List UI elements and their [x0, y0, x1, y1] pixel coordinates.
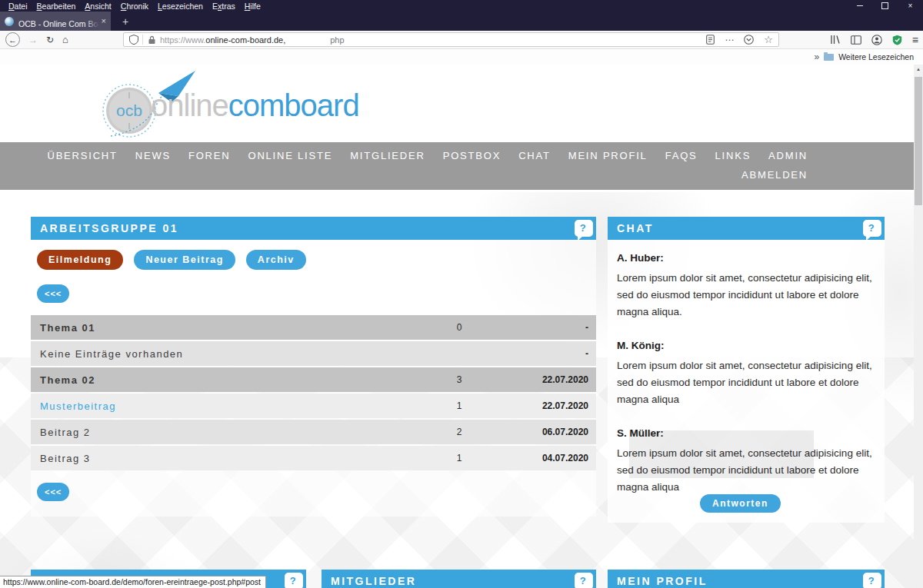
minimize-icon — [857, 5, 863, 6]
menu-ansicht[interactable]: Ansicht — [80, 2, 115, 11]
nav-uebersicht[interactable]: ÜBERSICHT — [47, 150, 117, 161]
nav-news[interactable]: NEWS — [135, 150, 171, 161]
nav-mein-profil[interactable]: MEIN PROFIL — [568, 150, 648, 161]
url-scheme: https://www. — [160, 35, 205, 45]
back-button[interactable]: ← — [5, 32, 20, 47]
menu-chronik[interactable]: Chronik — [116, 2, 153, 11]
new-tab-button[interactable]: + — [115, 12, 135, 31]
help-button[interactable]: ? — [575, 220, 593, 237]
table-row-thema-01[interactable]: Thema 01 0 - — [31, 315, 596, 340]
url-bar[interactable]: https://www.online-com-board.de, php ⋯ ☆ — [123, 32, 779, 47]
mitglieder-title: MITGLIEDER — [331, 575, 416, 587]
browser-tab[interactable]: OCB - Online Com Board - Kom × — [0, 12, 111, 31]
archiv-button[interactable]: Archiv — [246, 250, 306, 270]
table-row-beitrag-3[interactable]: Beitrag 3 1 04.07.2020 — [31, 446, 596, 470]
extension-shield-icon[interactable] — [892, 35, 902, 45]
titlebar: Datei Bearbeiten Ansicht Chronik Lesezei… — [0, 0, 923, 31]
chat-title: CHAT — [617, 222, 654, 234]
help-button[interactable]: ? — [575, 573, 593, 588]
account-icon[interactable] — [871, 35, 882, 45]
pocket-icon[interactable] — [744, 35, 754, 45]
home-button[interactable]: ⌂ — [62, 34, 68, 45]
mein-profil-panel-header: MEIN PROFIL ? — [608, 570, 885, 588]
nav-admin[interactable]: ADMIN — [768, 150, 808, 161]
url-tail: php — [330, 35, 344, 45]
menu-extras[interactable]: Extras — [208, 2, 240, 11]
menu-lesezeichen[interactable]: Lesezeichen — [153, 2, 208, 11]
minimize-button[interactable] — [847, 0, 872, 12]
neuer-beitrag-button[interactable]: Neuer Beitrag — [134, 250, 235, 270]
table-row-musterbeitrag[interactable]: Musterbeitrag 1 22.07.2020 — [31, 394, 596, 418]
eilmeldung-button[interactable]: Eilmeldung — [37, 250, 123, 270]
reload-button[interactable]: ↻ — [46, 35, 54, 45]
tab-title: OCB - Online Com Board - Kom — [18, 19, 99, 27]
mitglieder-panel-header: MITGLIEDER ? — [322, 570, 596, 588]
menu-bearbeiten[interactable]: Bearbeiten — [32, 2, 81, 11]
chat-input[interactable] — [629, 430, 814, 478]
window-controls: × — [847, 0, 923, 12]
table-row-beitrag-2[interactable]: Beitrag 2 2 06.07.2020 — [31, 420, 596, 444]
svg-text:ocb: ocb — [116, 101, 142, 119]
chat-messages: A. Huber: Lorem ipsum dolor sit amet, co… — [608, 240, 885, 523]
back-icon: ← — [8, 35, 17, 45]
maximize-icon — [881, 2, 888, 9]
back-link-button-top[interactable]: <<< — [37, 284, 69, 303]
logo-wordmark: onlinecomboard — [151, 88, 359, 123]
home-icon: ⌂ — [62, 34, 68, 45]
close-tab-icon[interactable]: × — [102, 17, 106, 25]
browser-window: { "browser": { "menu": [ {"pre":"","key"… — [0, 0, 923, 588]
lock-icon[interactable] — [148, 35, 156, 45]
bookmarks-bar: » Weitere Lesezeichen — [0, 49, 923, 65]
menu-datei[interactable]: Datei — [4, 2, 32, 11]
overflow-chevrons-icon[interactable]: » — [814, 51, 819, 62]
chat-message: M. König: Lorem ipsum dolor sit amet, co… — [617, 340, 875, 408]
help-button[interactable]: ? — [863, 573, 881, 588]
reader-view-icon[interactable] — [706, 35, 715, 45]
nav-abmelden[interactable]: ABMELDEN — [741, 169, 808, 181]
table-row-thema-02[interactable]: Thema 02 3 22.07.2020 — [31, 367, 596, 392]
page-actions-icon[interactable]: ⋯ — [725, 35, 734, 45]
chat-message: A. Huber: Lorem ipsum dolor sit amet, co… — [617, 252, 875, 321]
nav-faqs[interactable]: FAQS — [665, 150, 698, 161]
table-row-empty: Keine Einträge vorhanden - — [31, 341, 596, 366]
scroll-up-icon[interactable]: ▲ — [914, 65, 923, 75]
menu-icon[interactable]: ≡ — [912, 35, 918, 45]
site-favicon-icon — [5, 17, 14, 26]
help-button[interactable]: ? — [863, 220, 881, 237]
menu-hilfe[interactable]: Hilfe — [240, 2, 265, 11]
folder-icon — [824, 54, 834, 61]
workgroup-panel-header: ARBEITSGRUPPE 01 ? — [31, 217, 596, 240]
reload-icon: ↻ — [46, 35, 54, 45]
url-domain: online-com-board.de, — [205, 35, 285, 45]
page-scrollbar[interactable]: ▲ — [914, 65, 923, 588]
main-navigation: ÜBERSICHT NEWS FOREN ONLINE LISTE MITGLI… — [0, 142, 914, 190]
antworten-button[interactable]: Antworten — [700, 494, 781, 513]
sidebar-icon[interactable] — [851, 35, 861, 45]
bookmark-star-icon[interactable]: ☆ — [764, 35, 773, 45]
status-bar-url: https://www.online-com-board.de/demo/for… — [0, 576, 266, 588]
nav-chat[interactable]: CHAT — [518, 150, 551, 161]
mein-profil-title: MEIN PROFIL — [617, 575, 708, 587]
forward-button[interactable]: → — [28, 35, 38, 45]
nav-online-liste[interactable]: ONLINE LISTE — [248, 150, 332, 161]
chat-panel: CHAT ? A. Huber: Lorem ipsum dolor sit a… — [608, 217, 885, 523]
navigation-toolbar: ← → ↻ ⌂ https://www.online-com-board.de,… — [0, 31, 923, 49]
more-bookmarks-button[interactable]: Weitere Lesezeichen — [838, 52, 914, 61]
close-icon: × — [908, 2, 913, 10]
tracking-protection-shield-icon[interactable] — [129, 35, 138, 45]
menubar: Datei Bearbeiten Ansicht Chronik Lesezei… — [0, 0, 265, 12]
help-button[interactable]: ? — [285, 573, 303, 588]
close-window-button[interactable]: × — [898, 0, 923, 12]
site-logo[interactable]: ocb onlinecomboard — [100, 68, 362, 139]
nav-postbox[interactable]: POSTBOX — [443, 150, 501, 161]
nav-links[interactable]: LINKS — [715, 150, 751, 161]
nav-foren[interactable]: FOREN — [188, 150, 231, 161]
maximize-button[interactable] — [872, 0, 898, 12]
library-icon[interactable] — [830, 35, 841, 45]
workgroup-title: ARBEITSGRUPPE 01 — [40, 222, 178, 234]
forum-table: Thema 01 0 - Keine Einträge vorhanden - … — [31, 315, 596, 472]
back-link-button-bottom[interactable]: <<< — [37, 483, 69, 501]
urlbar-divider — [142, 35, 143, 45]
scrollbar-thumb[interactable] — [915, 77, 922, 205]
nav-mitglieder[interactable]: MITGLIEDER — [350, 150, 425, 161]
